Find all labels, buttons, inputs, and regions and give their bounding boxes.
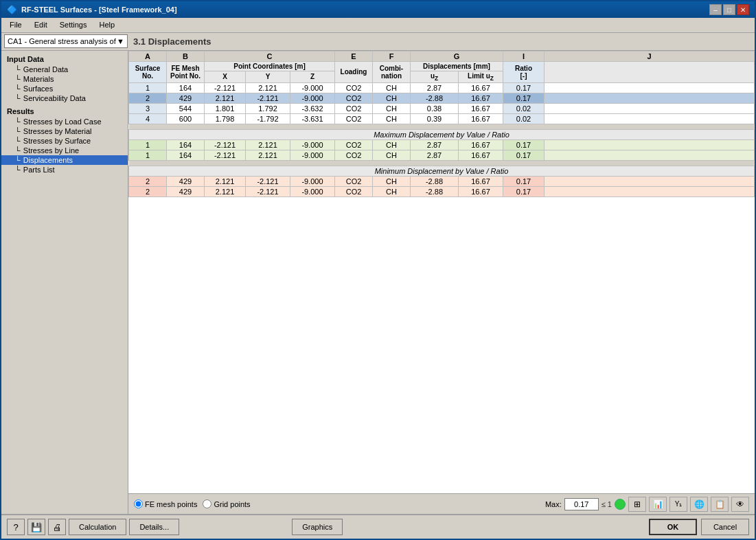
- cell-combination: CH: [373, 113, 411, 124]
- cell-empty: [545, 113, 755, 124]
- tree-icon: └: [15, 156, 21, 164]
- header-point-coords: Point Coordinates [m]: [205, 61, 335, 71]
- cell-point-no: 164: [167, 139, 205, 150]
- cell-combination: CH: [373, 103, 411, 113]
- cell-x: -2.121: [205, 150, 246, 160]
- table-icon-btn[interactable]: ⊞: [628, 497, 646, 512]
- cell-surface-no: 4: [129, 113, 167, 124]
- col-letter-b: B: [167, 51, 205, 61]
- tree-icon: └: [15, 166, 21, 174]
- export-icon: 📋: [715, 499, 725, 509]
- cell-z: -9.000: [290, 82, 335, 93]
- max-input[interactable]: [564, 498, 599, 510]
- sidebar-item-parts-list[interactable]: └ Parts List: [1, 165, 128, 175]
- cell-combination: CH: [373, 82, 411, 93]
- chart-icon-btn[interactable]: 📊: [649, 497, 667, 512]
- cell-combination: CH: [373, 150, 411, 160]
- tree-icon: └: [15, 75, 21, 83]
- cell-z: -9.000: [290, 93, 335, 103]
- cell-combination: CH: [373, 139, 411, 150]
- cell-ratio: 0.17: [503, 139, 545, 150]
- cell-loading: CO2: [335, 139, 373, 150]
- case-dropdown[interactable]: CA1 - General stress analysis of ▼: [4, 34, 128, 48]
- cell-point-no: 600: [167, 113, 205, 124]
- cell-limit-uz: 16.67: [459, 103, 503, 113]
- sidebar-item-stresses-line[interactable]: └ Stresses by Line: [1, 146, 128, 155]
- header-combination: Combi-nation: [373, 61, 411, 82]
- tree-icon: └: [15, 94, 21, 102]
- cell-limit-uz: 16.67: [459, 150, 503, 160]
- export-icon-btn[interactable]: 📋: [711, 497, 729, 512]
- cell-empty: [545, 176, 755, 186]
- cell-z: -3.631: [290, 113, 335, 124]
- sidebar-item-materials[interactable]: └ Materials: [1, 74, 128, 84]
- view-icon: 👁: [736, 499, 744, 509]
- cell-z: -9.000: [290, 139, 335, 150]
- cell-limit-uz: 16.67: [459, 93, 503, 103]
- tree-icon: └: [15, 117, 21, 126]
- calculation-button[interactable]: Calculation: [69, 519, 126, 535]
- print-button[interactable]: 🖨: [48, 519, 66, 535]
- max-label: Max:: [545, 500, 562, 508]
- spacer-row: [129, 124, 755, 129]
- menu-settings[interactable]: Settings: [54, 19, 93, 30]
- sidebar-item-displacements[interactable]: └ Displacements: [1, 155, 128, 165]
- cancel-button[interactable]: Cancel: [701, 519, 749, 535]
- sidebar-item-stresses-load-case[interactable]: └ Stresses by Load Case: [1, 117, 128, 126]
- save-button[interactable]: 💾: [27, 519, 45, 535]
- chart-icon: 📊: [653, 499, 663, 509]
- maximize-button[interactable]: □: [723, 4, 735, 15]
- menu-file[interactable]: File: [4, 19, 27, 30]
- cell-empty: [545, 139, 755, 150]
- max-section-header: Maximum Displacement by Value / Ratio: [129, 129, 755, 139]
- menu-help[interactable]: Help: [93, 19, 120, 30]
- settings-icon-btn[interactable]: 🌐: [690, 497, 708, 512]
- cell-ratio: 0.02: [503, 103, 545, 113]
- cell-x: 1.801: [205, 103, 246, 113]
- header-z: Z: [290, 71, 335, 82]
- dropdown-arrow-icon: ▼: [117, 37, 124, 45]
- le1-label: ≤ 1: [602, 500, 612, 508]
- col-letter-f: F: [373, 51, 411, 61]
- radio-group: FE mesh points Grid points: [134, 499, 251, 508]
- sidebar-item-stresses-material[interactable]: └ Stresses by Material: [1, 126, 128, 136]
- view-icon-btn[interactable]: 👁: [731, 497, 749, 512]
- sidebar-item-serviceability[interactable]: └ Serviceability Data: [1, 93, 128, 103]
- fe-mesh-radio-input[interactable]: [134, 499, 143, 508]
- header-limit-uz: Limit uZ: [459, 71, 503, 82]
- help-button[interactable]: ?: [7, 519, 25, 535]
- cell-uz: -2.88: [411, 93, 459, 103]
- max-display: Max: ≤ 1 ⊞ 📊 Y₁: [545, 497, 749, 512]
- footer: ? 💾 🖨 Calculation Details... Graphics OK…: [1, 514, 755, 539]
- graphics-button[interactable]: Graphics: [292, 519, 343, 535]
- title-text: RF-STEEL Surfaces - [Steel Framework_04]: [21, 5, 177, 14]
- cell-surface-no: 1: [129, 150, 167, 160]
- cell-limit-uz: 16.67: [459, 186, 503, 196]
- grid-points-radio-input[interactable]: [203, 499, 211, 508]
- menu-edit[interactable]: Edit: [29, 19, 53, 30]
- ok-button[interactable]: OK: [649, 519, 697, 535]
- close-button[interactable]: ✕: [737, 4, 749, 15]
- max-section-label: Maximum Displacement by Value / Ratio: [129, 129, 755, 139]
- minimize-button[interactable]: –: [709, 4, 722, 15]
- fe-mesh-radio[interactable]: FE mesh points: [134, 499, 197, 508]
- input-data-label: Input Data: [1, 54, 128, 65]
- cell-limit-uz: 16.67: [459, 113, 503, 124]
- sidebar-item-stresses-surface[interactable]: └ Stresses by Surface: [1, 136, 128, 146]
- table-container[interactable]: A B C E F G I J SurfaceNo.: [128, 51, 755, 493]
- header-surface-no: SurfaceNo.: [129, 61, 167, 82]
- cell-x: -2.121: [205, 139, 246, 150]
- table-row: 1 164 -2.121 2.121 -9.000 CO2 CH 2.87 16…: [129, 150, 755, 160]
- tree-icon: └: [15, 146, 21, 155]
- table-row: 3 544 1.801 1.792 -3.632 CO2 CH 0.38 16.…: [129, 103, 755, 113]
- grid-points-radio[interactable]: Grid points: [203, 499, 250, 508]
- formula-icon-btn[interactable]: Y₁: [669, 497, 687, 512]
- cell-loading: CO2: [335, 186, 373, 196]
- displacements-table: A B C E F G I J SurfaceNo.: [128, 51, 755, 197]
- cell-z: -9.000: [290, 186, 335, 196]
- sidebar-item-surfaces[interactable]: └ Surfaces: [1, 84, 128, 93]
- col-letter-g: G: [411, 51, 503, 61]
- spacer-row: [129, 160, 755, 166]
- details-button[interactable]: Details...: [129, 519, 179, 535]
- sidebar-item-general-data[interactable]: └ General Data: [1, 65, 128, 74]
